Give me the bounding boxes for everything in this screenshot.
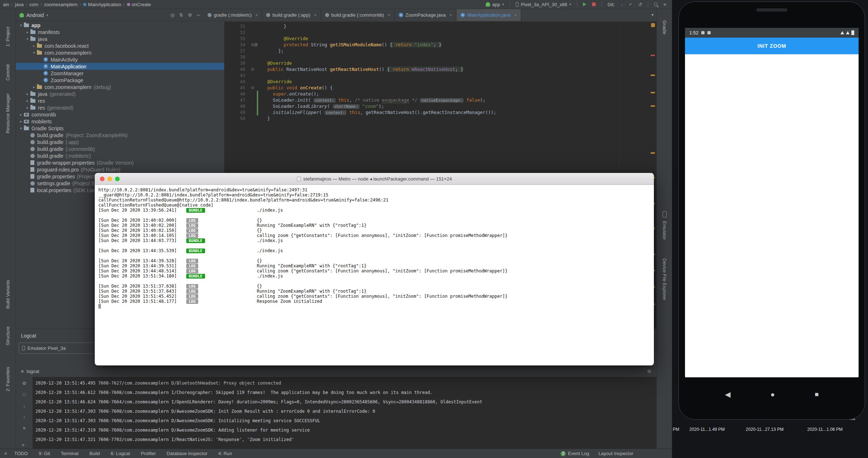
logcat-settings-icon[interactable]: ⚙ xyxy=(647,369,651,374)
tree-item[interactable]: proguard-rules.pro (ProGuard Rules) xyxy=(16,166,224,173)
statusbar-item[interactable]: Profiler xyxy=(141,451,156,456)
metro-terminal-window[interactable]: stefanmajiros — Metro — node ◂ launchPac… xyxy=(95,173,654,366)
desktop-file-label[interactable]: 2020-11...27.13 PM xyxy=(746,427,784,432)
tree-item[interactable]: ▾Gradle Scripts xyxy=(16,125,224,132)
tree-item[interactable]: ▸com.facebook.react xyxy=(16,42,224,49)
editor-tab[interactable]: CMainApplication.java× xyxy=(456,9,521,21)
editor-tab[interactable]: build.gradle (:commonlib)× xyxy=(321,9,395,21)
breadcrumb-item[interactable]: onCreate xyxy=(127,2,151,7)
statusbar-item[interactable]: Layout Inspector xyxy=(599,451,633,456)
back-nav-icon[interactable]: ◀ xyxy=(725,390,730,399)
maximize-icon[interactable] xyxy=(115,177,120,181)
recents-nav-icon[interactable]: ■ xyxy=(815,391,819,398)
statusbar-item[interactable]: Database Inspector xyxy=(167,451,208,456)
breadcrumb-item[interactable]: zoomexamplern xyxy=(44,2,78,7)
sidebar-item-project[interactable]: 1: Project xyxy=(5,27,10,47)
inspection-status-icon[interactable] xyxy=(651,23,655,27)
sidebar-item-emulator[interactable]: Emulator xyxy=(662,221,667,240)
statusbar-item[interactable]: Build xyxy=(89,451,100,456)
tree-item[interactable]: ▸com.zoomexamplern (debug) xyxy=(16,84,224,90)
tree-item[interactable]: ▸commonlib xyxy=(16,111,224,118)
statusbar-item[interactable]: Terminal xyxy=(61,451,78,456)
tree-item[interactable]: ▾java xyxy=(16,35,224,42)
git-commit-check-icon[interactable]: ✔ xyxy=(629,2,632,7)
minimize-icon[interactable] xyxy=(107,177,112,181)
warning-stripe-mark[interactable] xyxy=(651,92,655,93)
search-icon[interactable] xyxy=(654,3,658,6)
tree-item[interactable]: gradle-wrapper.properties (Gradle Versio… xyxy=(16,159,224,166)
tree-item[interactable]: ▸res (generated) xyxy=(16,104,224,111)
tree-item[interactable]: CZoomManager xyxy=(16,70,224,77)
warning-stripe-mark[interactable] xyxy=(651,152,655,154)
tree-item[interactable]: ▸res xyxy=(16,97,224,104)
burger-icon[interactable]: ≡ xyxy=(23,425,26,431)
init-zoom-button[interactable]: INIT ZOOM xyxy=(685,38,859,54)
breadcrumb-item[interactable]: java xyxy=(15,2,24,7)
tab-close-icon[interactable]: × xyxy=(255,12,258,18)
statusbar-item[interactable]: 4: Run xyxy=(218,451,232,456)
tree-item[interactable]: build.gradle (:commonlib) xyxy=(16,145,224,152)
statusbar-item[interactable]: 2Event Log xyxy=(561,451,589,456)
expander-icon[interactable]: » xyxy=(22,442,25,448)
tree-item[interactable]: ▸java (generated) xyxy=(16,90,224,97)
statusbar-item[interactable]: TODO xyxy=(14,451,28,456)
sidebar-item-favorites[interactable]: 2: Favorites xyxy=(5,367,10,391)
editor-tab[interactable]: gradle (:mobilertc)× xyxy=(204,9,262,21)
git-update-icon[interactable]: ↓ xyxy=(621,2,623,7)
tree-item[interactable]: ▸manifests xyxy=(16,29,224,35)
logcat-tab[interactable]: logcat xyxy=(27,369,39,374)
run-button-icon[interactable] xyxy=(583,3,586,6)
statusbar-item[interactable]: 6: Logcat xyxy=(111,451,130,456)
tree-item[interactable]: build.gradle (:mobilertc) xyxy=(16,152,224,159)
home-nav-icon[interactable]: ● xyxy=(770,390,775,399)
sidebar-item-gradle[interactable]: Gradle xyxy=(662,20,667,34)
terminal-title-bar[interactable]: stefanmajiros — Metro — node ◂ launchPac… xyxy=(95,173,654,185)
scroll-up-icon[interactable]: ↑ xyxy=(23,414,26,420)
desktop-file-label[interactable]: PM xyxy=(673,427,679,432)
tab-close-icon[interactable]: × xyxy=(314,12,317,18)
statusbar-item[interactable]: 9: Git xyxy=(39,451,50,456)
tree-item[interactable]: build.gradle (Project: ZoomExampleRN) xyxy=(16,132,224,139)
breadcrumb-item[interactable]: ain xyxy=(3,2,9,7)
stop-button-icon[interactable] xyxy=(592,3,596,6)
sidebar-item-resource-manager[interactable]: Resource Manager xyxy=(5,93,10,133)
editor-tab[interactable]: CZoomPackage.java× xyxy=(395,9,456,21)
hide-panel-icon[interactable]: ─ xyxy=(197,12,200,18)
tab-close-icon[interactable]: × xyxy=(388,12,391,18)
gear-icon[interactable]: ⚙ xyxy=(22,381,26,386)
tool-window-switcher-icon[interactable]: ≡ xyxy=(4,451,7,456)
tree-item[interactable]: ▾com.zoomexamplern xyxy=(16,49,224,56)
warning-stripe-mark[interactable] xyxy=(651,105,655,107)
breadcrumb-item[interactable]: com xyxy=(29,2,38,7)
error-stripe-mark[interactable] xyxy=(651,55,655,56)
warning-stripe-mark[interactable] xyxy=(651,75,655,76)
terminal-output[interactable]: http://10.0.2.2:8081/index.bundle?platfo… xyxy=(95,185,654,365)
sidebar-item-device-file-explorer[interactable]: Device File Explorer xyxy=(662,258,667,300)
gear-icon[interactable]: ⚙ xyxy=(188,12,192,18)
tree-item[interactable]: ▸mobilertc xyxy=(16,118,224,125)
scroll-to-end-icon[interactable]: ↓ xyxy=(23,403,26,408)
logcat-output[interactable]: 2020-12-20 13:51:45.495 7608-7627/com.zo… xyxy=(33,377,656,449)
tree-item[interactable]: ▾app xyxy=(16,22,224,29)
history-icon[interactable]: ↺ xyxy=(638,2,642,7)
project-view-selector[interactable]: Android xyxy=(26,12,44,18)
tree-item[interactable]: build.gradle (:app) xyxy=(16,139,224,145)
tab-close-icon[interactable]: × xyxy=(514,12,517,18)
desktop-file-label[interactable]: 2020-11...1.06 PM xyxy=(807,427,843,432)
device-selector[interactable]: Pixel_3a_API_30_x86 ▾ xyxy=(516,2,571,7)
stripe-toggle-icon[interactable]: ≡ xyxy=(663,2,666,7)
desktop-file-label[interactable]: 2020-11...1.49 PM xyxy=(689,427,725,432)
tree-item[interactable]: CMainActivity xyxy=(16,56,224,63)
sidebar-item-structure[interactable]: Structure xyxy=(5,326,10,345)
sidebar-item-commit[interactable]: Commit xyxy=(5,64,10,81)
sidebar-item-build-variants[interactable]: Build Variants xyxy=(5,280,10,309)
tab-list-chevron-icon[interactable]: ▾ xyxy=(651,12,654,17)
clear-logcat-icon[interactable]: □ xyxy=(23,392,26,397)
run-config-selector[interactable]: app ▾ xyxy=(486,2,504,7)
tree-item[interactable]: CMainApplication xyxy=(16,63,224,70)
locate-file-icon[interactable]: ◎ xyxy=(170,12,174,18)
breadcrumb-item[interactable]: MainApplication xyxy=(83,2,121,7)
close-icon[interactable] xyxy=(100,177,105,181)
tab-close-icon[interactable]: × xyxy=(450,12,452,18)
editor-tab[interactable]: build.gradle (:app)× xyxy=(262,9,321,21)
